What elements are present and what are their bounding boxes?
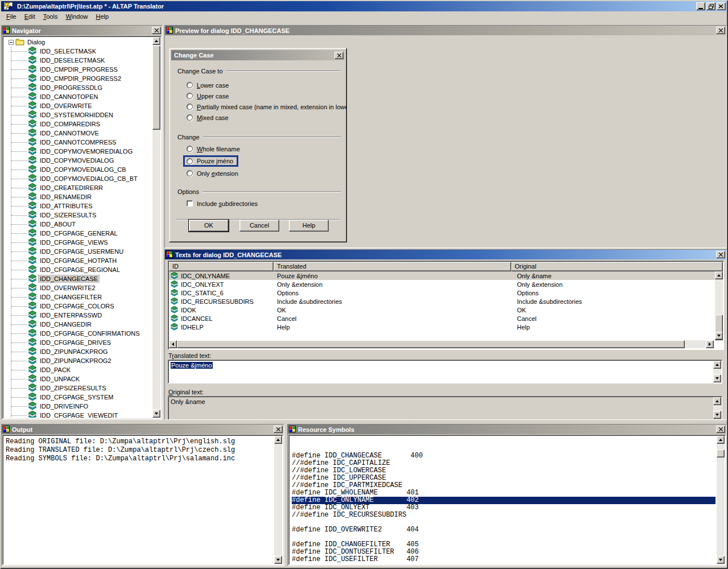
- tree-item[interactable]: IDD_CMPDIR_PROGRESS2: [3, 74, 152, 83]
- tree-item-label[interactable]: IDD_ZIPUNPACKPROG2: [39, 357, 113, 364]
- tree-item-label[interactable]: IDD_CHANGEFILTER: [39, 294, 103, 300]
- tree-item-label[interactable]: IDD_CANNOTOPEN: [39, 93, 99, 100]
- texts-close-button[interactable]: [716, 251, 725, 258]
- symbols-close-button[interactable]: [716, 426, 725, 433]
- scroll-up-button[interactable]: [713, 397, 721, 405]
- tree-item-label[interactable]: IDD_CFGPAGE_REGIONAL: [39, 266, 121, 273]
- tree-item-label[interactable]: IDD_ATTRIBUTES: [39, 203, 94, 209]
- tree-item[interactable]: IDD_CFGPAGE_COLORS: [3, 302, 152, 311]
- scroll-up-button[interactable]: [274, 436, 282, 444]
- radio-icon[interactable]: [187, 114, 193, 121]
- checkbox-include-subdirectories[interactable]: Include subdirectories: [187, 198, 346, 209]
- tree-item[interactable]: IDD_COPYMOVEDIALOG_CB_BT: [3, 174, 152, 183]
- cancel-button[interactable]: Cancel: [239, 220, 279, 232]
- menu-item[interactable]: Edit: [20, 12, 39, 21]
- tree-item-label[interactable]: IDD_CFGPAGE_USERMENU: [39, 248, 125, 255]
- tree-root-row[interactable]: Dialog: [3, 38, 152, 47]
- table-row[interactable]: IDC_STATIC_6 Options Options: [169, 288, 715, 297]
- menu-item[interactable]: Help: [92, 12, 113, 21]
- table-row[interactable]: IDC_ONLYNAME Pouze &jméno Only &name: [169, 271, 715, 280]
- scroll-thumb[interactable]: [177, 340, 685, 348]
- tree-item[interactable]: IDD_PROGRESSDLG: [3, 83, 152, 92]
- menu-item[interactable]: Tools: [39, 12, 62, 21]
- tree-item-label[interactable]: IDD_ZIPSIZERESULTS: [39, 385, 107, 391]
- preview-title-bar[interactable]: Preview for dialog IDD_CHANGECASE: [165, 26, 726, 35]
- radio-icon[interactable]: [187, 146, 193, 152]
- radio-only-name[interactable]: Pouze jméno: [187, 154, 346, 168]
- scroll-down-button[interactable]: [713, 411, 721, 419]
- tree-item-label[interactable]: IDD_CANNOTCOMPRESS: [39, 139, 117, 146]
- checkbox-icon[interactable]: [187, 200, 193, 207]
- help-button[interactable]: Help: [289, 220, 329, 232]
- output-title-bar[interactable]: Output: [2, 424, 284, 434]
- tree-item[interactable]: IDD_CFGPAGE_HOTPATH: [3, 256, 152, 265]
- tree-item-label[interactable]: IDD_COPYMOVEMOREDIALOG: [39, 148, 134, 155]
- scroll-down-button[interactable]: [715, 332, 723, 340]
- texts-vscrollbar[interactable]: [715, 271, 723, 340]
- collapse-icon[interactable]: [9, 40, 14, 45]
- tree-item-label[interactable]: IDD_SIZERESULTS: [39, 212, 97, 218]
- tree-item[interactable]: IDD_DRIVEINFO: [3, 402, 152, 411]
- restore-button[interactable]: [706, 2, 715, 10]
- tree-item-label[interactable]: IDD_COMPAREDIRS: [39, 121, 101, 127]
- tree-item[interactable]: IDD_PACK: [3, 365, 152, 374]
- navigator-title-bar[interactable]: Navigator: [2, 26, 162, 35]
- scroll-right-button[interactable]: [706, 340, 714, 348]
- menu-item[interactable]: Window: [61, 12, 92, 21]
- tree-item-label[interactable]: IDD_CREATEDIRERR: [39, 184, 104, 191]
- tree-item[interactable]: IDD_UNPACK: [3, 374, 152, 384]
- scroll-thumb[interactable]: [717, 450, 725, 457]
- close-button[interactable]: [717, 2, 726, 10]
- tree-item-label[interactable]: IDD_DESELECTMASK: [39, 57, 106, 64]
- field-scrollbar[interactable]: [713, 397, 721, 419]
- tree-item[interactable]: IDD_CHANGECASE: [3, 274, 152, 283]
- tree-item[interactable]: IDD_CMPDIR_PROGRESS: [3, 65, 152, 74]
- tree-item-label[interactable]: IDD_CFGPAGE_CONFIRMATIONS: [39, 330, 141, 337]
- output-close-button[interactable]: [274, 426, 283, 433]
- title-bar[interactable]: D:\Zumpa\altaptrl\Prj\test.atp * - ALTAP…: [1, 1, 727, 11]
- tree-item[interactable]: IDD_CFGPAGE_CONFIRMATIONS: [3, 329, 152, 338]
- tree-item[interactable]: IDD_COMPAREDIRS: [3, 119, 152, 129]
- tree-item-label[interactable]: IDD_RENAMEDIR: [39, 193, 93, 200]
- table-row[interactable]: IDHELP Help Help: [169, 323, 715, 331]
- tree-item[interactable]: IDD_RENAMEDIR: [3, 192, 152, 201]
- tree-item[interactable]: IDD_ENTERPASSWD: [3, 311, 152, 320]
- scroll-left-button[interactable]: [169, 340, 177, 348]
- tree-item[interactable]: IDD_ZIPUNPACKPROG: [3, 347, 152, 356]
- radio-mixed-case[interactable]: Mixed case: [187, 112, 346, 123]
- tree-item[interactable]: IDD_ZIPUNPACKPROG2: [3, 356, 152, 365]
- tree-item-label[interactable]: IDD_SYSTEMORHIDDEN: [39, 112, 114, 118]
- tree-item-label[interactable]: IDD_CFGPAGE_VIEWEDIT: [39, 412, 119, 418]
- tree-item[interactable]: IDD_ABOUT: [3, 220, 152, 229]
- column-header-translated[interactable]: Translated: [274, 262, 511, 271]
- tree-item[interactable]: IDD_SELECTMASK: [3, 47, 152, 56]
- tree-item[interactable]: IDD_CHANGEFILTER: [3, 292, 152, 302]
- tree-item[interactable]: IDD_CANNOTMOVE: [3, 129, 152, 138]
- tree-item[interactable]: IDD_COPYMOVEDIALOG_CB: [3, 165, 152, 174]
- tree-item[interactable]: IDD_CANNOTOPEN: [3, 92, 152, 101]
- texts-hscrollbar[interactable]: [169, 340, 714, 349]
- tree-item[interactable]: IDD_SYSTEMORHIDDEN: [3, 110, 152, 119]
- tree-item[interactable]: IDD_ATTRIBUTES: [3, 201, 152, 211]
- tree-item-label[interactable]: IDD_OVERWRITE: [39, 102, 93, 109]
- scroll-track[interactable]: [685, 340, 706, 348]
- tree-item-label[interactable]: IDD_UNPACK: [39, 376, 81, 382]
- tree-item-label[interactable]: IDD_CFGPAGE_COLORS: [39, 303, 115, 310]
- symbol-line[interactable]: //#define IDC_RECURSESUBDIRS: [292, 512, 715, 519]
- dialog-close-button[interactable]: [334, 52, 344, 59]
- navigator-scrollbar[interactable]: [152, 37, 160, 418]
- field-scrollbar[interactable]: [713, 361, 721, 382]
- table-row[interactable]: IDC_ONLYEXT Only &extension Only &extens…: [169, 280, 715, 288]
- tree-item[interactable]: IDD_SIZERESULTS: [3, 211, 152, 220]
- scroll-down-button[interactable]: [717, 556, 725, 564]
- navigator-close-button[interactable]: [152, 27, 161, 34]
- tree-item-label[interactable]: IDD_SELECTMASK: [39, 48, 97, 55]
- tree-item-label[interactable]: IDD_DRIVEINFO: [39, 403, 89, 410]
- tree-item[interactable]: IDD_CFGPAGE_DRIVES: [3, 338, 152, 347]
- column-header-id[interactable]: ID: [169, 262, 274, 271]
- radio-lower-case[interactable]: Lower case: [187, 80, 346, 90]
- column-header-original[interactable]: Original: [511, 262, 723, 271]
- tree-item-label[interactable]: IDD_CANNOTMOVE: [39, 130, 100, 137]
- radio-icon[interactable]: [187, 93, 193, 99]
- tree-item-label[interactable]: IDD_CFGPAGE_GENERAL: [39, 230, 119, 237]
